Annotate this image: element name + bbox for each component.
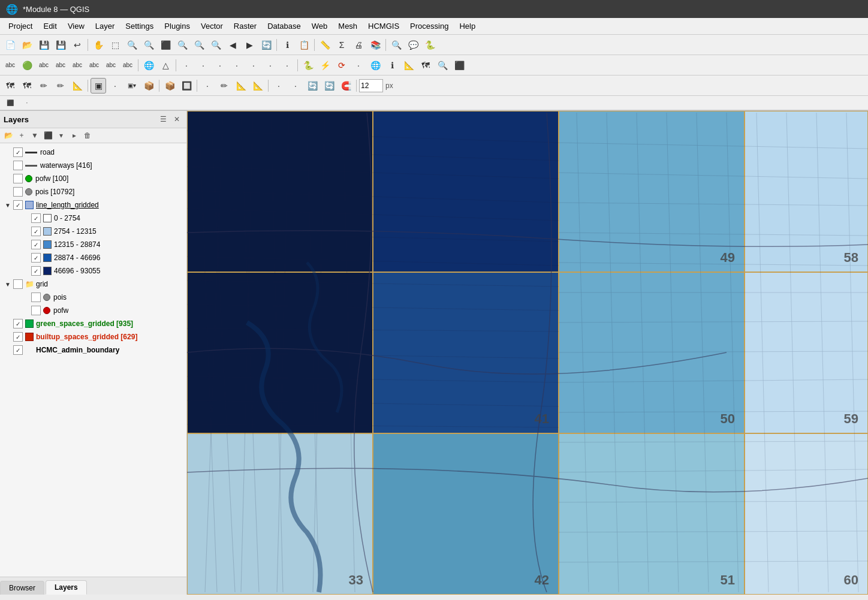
- digitize2-button[interactable]: 📐: [70, 78, 85, 94]
- plugin4-button[interactable]: ·: [351, 58, 366, 73]
- layer-item-grid[interactable]: ▼ 📁 grid: [0, 278, 186, 291]
- layer-item-pois2[interactable]: pois: [0, 291, 186, 304]
- check-hcmc-admin[interactable]: ✓: [13, 345, 23, 355]
- check-waterways[interactable]: [13, 161, 23, 170]
- menu-item-layer[interactable]: Layer: [91, 20, 120, 32]
- layer-item-hcmc-admin[interactable]: ✓ HCMC_admin_boundary: [0, 343, 186, 357]
- check-range0[interactable]: ✓: [31, 213, 41, 223]
- tips-button[interactable]: 💬: [405, 37, 421, 53]
- move-button[interactable]: ✏: [216, 78, 232, 94]
- extra-btn1[interactable]: ⬛: [2, 95, 18, 111]
- python-console-button[interactable]: 🐍: [422, 37, 438, 53]
- remove-layer-button[interactable]: 🗑: [82, 129, 94, 141]
- layer-item-range0[interactable]: ✓ 0 - 2754: [0, 212, 186, 225]
- measure-button[interactable]: 📏: [317, 37, 333, 53]
- menu-item-help[interactable]: Help: [454, 20, 480, 32]
- shape-button[interactable]: ·: [212, 58, 228, 73]
- globe2-button[interactable]: 🌐: [367, 58, 383, 73]
- vertex-button[interactable]: ·: [246, 58, 261, 73]
- zoom-in-button[interactable]: 🔍: [124, 37, 140, 53]
- save-edits-button[interactable]: ✏: [53, 78, 68, 94]
- triangle-button[interactable]: △: [158, 58, 173, 73]
- tab-browser[interactable]: Browser: [0, 581, 44, 595]
- layer-item-line-length[interactable]: ▼ ✓ line_length_gridded: [0, 198, 186, 212]
- menu-item-database[interactable]: Database: [263, 20, 306, 32]
- zoom-selection-button[interactable]: 🔍: [174, 37, 190, 53]
- zoom-native-button[interactable]: 🔍: [208, 37, 224, 53]
- select-poly-button[interactable]: ·: [107, 78, 123, 94]
- delete-button[interactable]: ·: [263, 58, 278, 73]
- add-layer-button[interactable]: +: [16, 129, 28, 141]
- layer-item-pois[interactable]: pois [10792]: [0, 185, 186, 198]
- filter-layer-button[interactable]: ▼: [29, 129, 41, 141]
- split-button[interactable]: ·: [279, 58, 295, 73]
- statistics-button[interactable]: Σ: [334, 37, 349, 53]
- expand-all-button[interactable]: ▾: [55, 129, 67, 141]
- check-range2[interactable]: ✓: [31, 240, 41, 249]
- advance-button[interactable]: ·: [195, 58, 211, 73]
- collapse-all-button[interactable]: ▸: [68, 129, 80, 141]
- layers-close-button[interactable]: ✕: [171, 113, 183, 125]
- check-range4[interactable]: ✓: [31, 266, 41, 276]
- menu-item-hcmgis[interactable]: HCMGIS: [363, 20, 404, 32]
- layers-menu-button[interactable]: ☰: [157, 113, 169, 125]
- check-builtup-spaces[interactable]: ✓: [13, 332, 23, 342]
- check-pofw[interactable]: [13, 174, 23, 183]
- new-project-button[interactable]: 📄: [2, 37, 18, 53]
- snap-button[interactable]: 🧲: [338, 78, 354, 94]
- label-change-button[interactable]: abc: [120, 58, 135, 73]
- rotate-feature-button[interactable]: ·: [288, 78, 303, 94]
- edit-toggle-button[interactable]: ✏: [36, 78, 52, 94]
- print-composer-button[interactable]: 🖨: [351, 37, 366, 53]
- select-radius-button[interactable]: 📦: [141, 78, 156, 94]
- filter-map-button[interactable]: ⬛: [42, 129, 54, 141]
- map-area[interactable]: 49 58 41 50 59 33: [187, 111, 868, 595]
- extra-btn2[interactable]: ·: [19, 95, 35, 111]
- select-rect-button[interactable]: ▣: [91, 78, 106, 94]
- select-features-button[interactable]: 📋: [296, 37, 312, 53]
- label-pin-button[interactable]: abc: [53, 58, 68, 73]
- freehand-button[interactable]: ·: [229, 58, 245, 73]
- filter-button[interactable]: 📦: [162, 78, 177, 94]
- plugin1-button[interactable]: 🐍: [300, 58, 316, 73]
- delete-feature-button[interactable]: ·: [271, 78, 287, 94]
- menu-item-plugins[interactable]: Plugins: [159, 20, 195, 32]
- plugin3-button[interactable]: ⟳: [334, 58, 349, 73]
- layer-item-road[interactable]: ✓ road: [0, 146, 186, 159]
- layer-item-range2[interactable]: ✓ 12315 - 28874: [0, 238, 186, 251]
- layer-item-range4[interactable]: ✓ 46696 - 93055: [0, 264, 186, 278]
- label-tool-button[interactable]: abc: [2, 58, 18, 73]
- digitize-button[interactable]: ·: [179, 58, 194, 73]
- check-pofw2[interactable]: [31, 306, 41, 315]
- layer-item-range1[interactable]: ✓ 2754 - 12315: [0, 225, 186, 238]
- search2-button[interactable]: 🔍: [435, 58, 450, 73]
- layer-item-pofw2[interactable]: pofw: [0, 304, 186, 317]
- label-rotate-button[interactable]: abc: [103, 58, 119, 73]
- layer-item-range3[interactable]: ✓ 28874 - 46696: [0, 251, 186, 264]
- redo-button[interactable]: 🔄: [321, 78, 337, 94]
- check-range1[interactable]: ✓: [31, 227, 41, 236]
- check-grid[interactable]: [13, 279, 23, 289]
- check-green-spaces[interactable]: ✓: [13, 319, 23, 328]
- save-as-button[interactable]: 💾: [53, 37, 68, 53]
- globe-button[interactable]: 🌐: [141, 58, 156, 73]
- check-line-length[interactable]: ✓: [13, 200, 23, 210]
- save-project-button[interactable]: 💾: [36, 37, 52, 53]
- menu-item-vector[interactable]: Vector: [196, 20, 228, 32]
- layer-item-pofw[interactable]: pofw [100]: [0, 172, 186, 185]
- select-all-button[interactable]: 🗺: [2, 78, 18, 94]
- label-move-button[interactable]: abc: [86, 58, 102, 73]
- layer-item-green-spaces[interactable]: ✓ green_spaces_gridded [935]: [0, 317, 186, 330]
- select-freehand-button[interactable]: ▣▾: [124, 78, 140, 94]
- check-range3[interactable]: ✓: [31, 253, 41, 263]
- menu-item-settings[interactable]: Settings: [120, 20, 158, 32]
- menu-item-view[interactable]: View: [63, 20, 89, 32]
- search-locator-button[interactable]: 🔍: [388, 37, 404, 53]
- open-layer-button[interactable]: 📂: [2, 129, 14, 141]
- menu-item-mesh[interactable]: Mesh: [333, 20, 362, 32]
- map-button[interactable]: 🗺: [418, 58, 433, 73]
- layer-item-builtup-spaces[interactable]: ✓ builtup_spaces_gridded [629]: [0, 330, 186, 343]
- menu-item-edit[interactable]: Edit: [38, 20, 61, 32]
- layout-button[interactable]: 📐: [401, 58, 417, 73]
- attr-table-button[interactable]: ·: [200, 78, 215, 94]
